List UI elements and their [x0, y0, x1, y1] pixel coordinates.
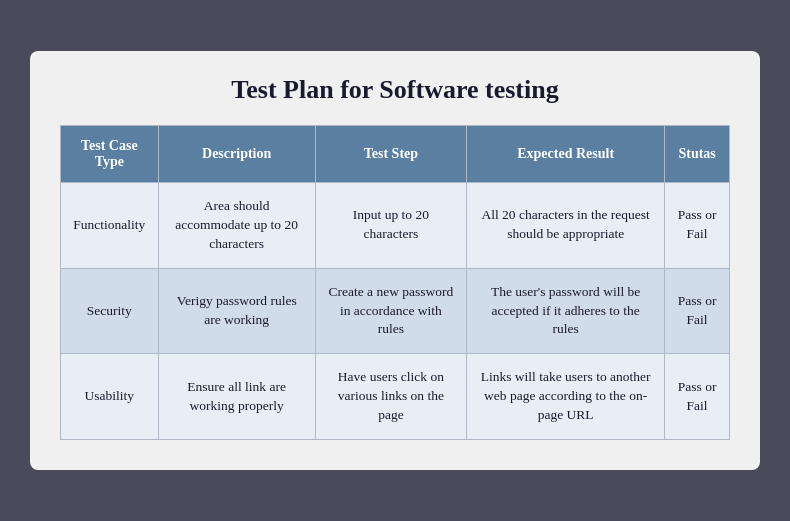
col-header-type: Test Case Type [61, 125, 159, 182]
table-row: FunctionalityArea should accommodate up … [61, 182, 730, 268]
col-header-description: Description [158, 125, 315, 182]
cell-step: Input up to 20 characters [315, 182, 466, 268]
cell-expected: The user's password will be accepted if … [467, 268, 665, 354]
cell-description: Area should accommodate up to 20 charact… [158, 182, 315, 268]
cell-expected: Links will take users to another web pag… [467, 354, 665, 440]
cell-status: Pass or Fail [665, 268, 730, 354]
cell-type: Functionality [61, 182, 159, 268]
col-header-status: Stutas [665, 125, 730, 182]
col-header-step: Test Step [315, 125, 466, 182]
page-title: Test Plan for Software testing [60, 75, 730, 105]
cell-status: Pass or Fail [665, 354, 730, 440]
cell-expected: All 20 characters in the request should … [467, 182, 665, 268]
table-row: SecurityVerigy password rules are workin… [61, 268, 730, 354]
cell-type: Usability [61, 354, 159, 440]
cell-description: Verigy password rules are working [158, 268, 315, 354]
table-body: FunctionalityArea should accommodate up … [61, 182, 730, 439]
col-header-expected: Expected Result [467, 125, 665, 182]
main-card: Test Plan for Software testing Test Case… [30, 51, 760, 470]
table-header-row: Test Case Type Description Test Step Exp… [61, 125, 730, 182]
test-plan-table: Test Case Type Description Test Step Exp… [60, 125, 730, 440]
table-row: UsabilityEnsure all link are working pro… [61, 354, 730, 440]
cell-description: Ensure all link are working properly [158, 354, 315, 440]
cell-step: Have users click on various links on the… [315, 354, 466, 440]
cell-type: Security [61, 268, 159, 354]
cell-status: Pass or Fail [665, 182, 730, 268]
cell-step: Create a new password in accordance with… [315, 268, 466, 354]
